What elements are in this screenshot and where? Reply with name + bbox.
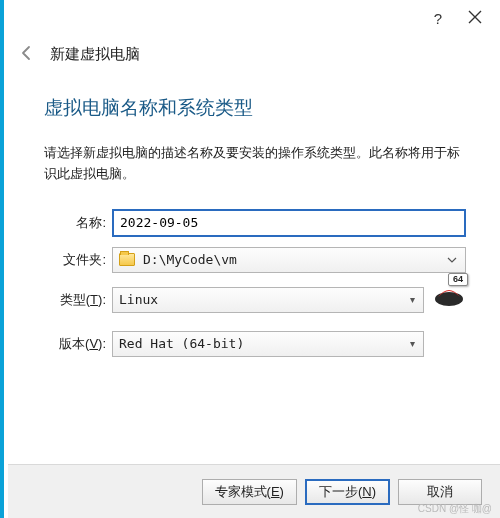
- type-label: 类型(T):: [44, 291, 112, 309]
- titlebar: ?: [4, 0, 500, 36]
- svg-point-0: [435, 292, 463, 306]
- cancel-button[interactable]: 取消: [398, 479, 482, 505]
- name-input[interactable]: [112, 209, 466, 237]
- row-name: 名称:: [44, 209, 466, 237]
- chevron-down-icon: ▾: [406, 338, 419, 349]
- row-folder: 文件夹: D:\MyCode\vm: [44, 247, 466, 273]
- version-label: 版本(V):: [44, 335, 112, 353]
- instruction-text: 请选择新虚拟电脑的描述名称及要安装的操作系统类型。此名称将用于标识此虚拟电脑。: [44, 143, 466, 185]
- wizard-content: 虚拟电脑名称和系统类型 请选择新虚拟电脑的描述名称及要安装的操作系统类型。此名称…: [4, 69, 500, 381]
- wizard-header: 新建虚拟电脑: [4, 36, 500, 69]
- type-combo[interactable]: Linux ▾: [112, 287, 424, 313]
- folder-combo[interactable]: D:\MyCode\vm: [112, 247, 466, 273]
- expert-mode-button[interactable]: 专家模式(E): [202, 479, 297, 505]
- row-version: 版本(V): Red Hat (64-bit) ▾: [44, 327, 466, 361]
- button-bar: 专家模式(E) 下一步(N) 取消: [8, 464, 500, 518]
- os-icon-wrap: 64: [432, 283, 466, 317]
- chevron-down-icon: ▾: [406, 294, 419, 305]
- close-icon[interactable]: [468, 10, 482, 27]
- help-icon[interactable]: ?: [434, 10, 442, 27]
- next-button[interactable]: 下一步(N): [305, 479, 390, 505]
- arch-64-badge: 64: [448, 273, 468, 286]
- version-combo[interactable]: Red Hat (64-bit) ▾: [112, 331, 424, 357]
- row-type: 类型(T): Linux ▾ 64: [44, 283, 466, 317]
- version-value: Red Hat (64-bit): [119, 336, 406, 351]
- type-value: Linux: [119, 292, 406, 307]
- wizard-title: 新建虚拟电脑: [50, 45, 140, 64]
- folder-label: 文件夹:: [44, 251, 112, 269]
- chevron-down-icon: [443, 254, 461, 265]
- back-arrow-icon[interactable]: [18, 44, 36, 65]
- folder-icon: [119, 253, 135, 266]
- name-label: 名称:: [44, 214, 112, 232]
- redhat-icon: [432, 299, 466, 314]
- section-heading: 虚拟电脑名称和系统类型: [44, 95, 466, 121]
- folder-value: D:\MyCode\vm: [143, 252, 443, 267]
